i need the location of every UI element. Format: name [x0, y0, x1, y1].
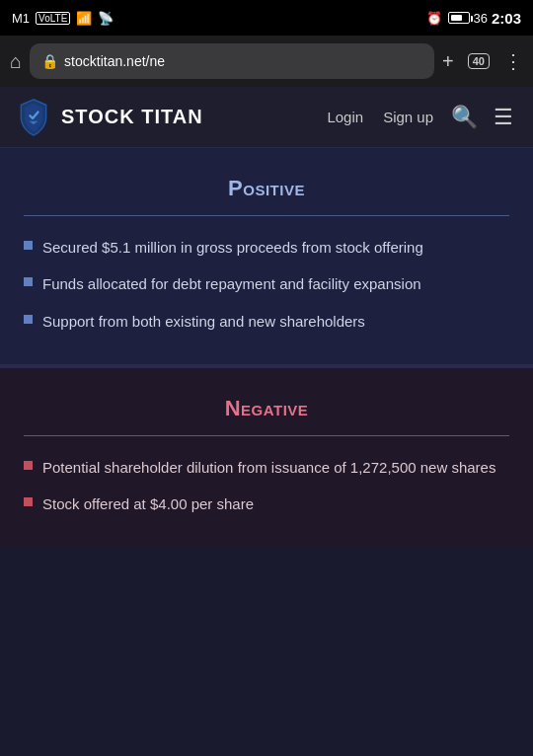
positive-title: Positive — [24, 176, 509, 201]
nav-links: Login Sign up 🔍 ☰ — [321, 101, 517, 134]
negative-divider — [24, 435, 509, 436]
carrier-label: M1 — [12, 11, 30, 26]
logo-icon — [16, 98, 51, 137]
list-item: Funds allocated for debt repayment and f… — [24, 272, 509, 295]
battery-percent: 36 — [474, 11, 488, 26]
status-bar: M1 VoLTE 📶 📡 ⏰ 36 2:03 — [0, 0, 533, 36]
positive-bullet-list: Secured $5.1 million in gross proceeds f… — [24, 236, 509, 333]
browser-chrome: ⌂ 🔒 stocktitan.net/ne + 40 ⋮ — [0, 36, 533, 87]
negative-title: Negative — [24, 396, 509, 421]
status-right: ⏰ 36 2:03 — [426, 10, 522, 27]
alarm-icon: ⏰ — [426, 11, 442, 26]
status-left: M1 VoLTE 📶 📡 — [12, 11, 114, 26]
url-text: stocktitan.net/ne — [64, 53, 165, 69]
positive-item-3: Support from both existing and new share… — [42, 310, 365, 333]
time-display: 2:03 — [492, 10, 521, 27]
login-link[interactable]: Login — [321, 105, 369, 129]
battery-icon — [448, 12, 470, 24]
url-security-icon: 🔒 — [41, 53, 58, 69]
bullet-icon — [24, 497, 33, 506]
home-button[interactable]: ⌂ — [10, 50, 22, 73]
menu-button[interactable]: ☰ — [490, 101, 517, 134]
positive-section: Positive Secured $5.1 million in gross p… — [0, 148, 533, 368]
main-content: Positive Secured $5.1 million in gross p… — [0, 148, 533, 547]
browser-actions: + 40 ⋮ — [442, 49, 523, 73]
list-item: Support from both existing and new share… — [24, 310, 509, 333]
list-item: Stock offered at $4.00 per share — [24, 492, 509, 515]
add-tab-button[interactable]: + — [442, 50, 454, 73]
positive-item-2: Funds allocated for debt repayment and f… — [42, 272, 421, 295]
search-button[interactable]: 🔍 — [447, 101, 482, 134]
signal-icon: 📶 — [76, 11, 92, 26]
positive-divider — [24, 215, 509, 216]
signup-link[interactable]: Sign up — [377, 105, 439, 129]
negative-item-1: Potential shareholder dilution from issu… — [42, 456, 495, 479]
wifi-icon: 📡 — [98, 11, 114, 26]
negative-bullet-list: Potential shareholder dilution from issu… — [24, 456, 509, 516]
list-item: Secured $5.1 million in gross proceeds f… — [24, 236, 509, 259]
tabs-count[interactable]: 40 — [468, 53, 490, 69]
more-options-button[interactable]: ⋮ — [503, 49, 523, 73]
negative-item-2: Stock offered at $4.00 per share — [42, 492, 254, 515]
positive-item-1: Secured $5.1 million in gross proceeds f… — [42, 236, 423, 259]
nav-bar: STOCK TITAN Login Sign up 🔍 ☰ — [0, 87, 533, 148]
bullet-icon — [24, 315, 33, 324]
logo-container: STOCK TITAN — [16, 98, 321, 137]
url-bar[interactable]: 🔒 stocktitan.net/ne — [30, 43, 434, 79]
list-item: Potential shareholder dilution from issu… — [24, 456, 509, 479]
volte-badge: VoLTE — [36, 12, 70, 25]
bullet-icon — [24, 277, 33, 286]
bullet-icon — [24, 241, 33, 250]
bullet-icon — [24, 461, 33, 470]
negative-section: Negative Potential shareholder dilution … — [0, 368, 533, 548]
logo-text: STOCK TITAN — [61, 106, 203, 128]
